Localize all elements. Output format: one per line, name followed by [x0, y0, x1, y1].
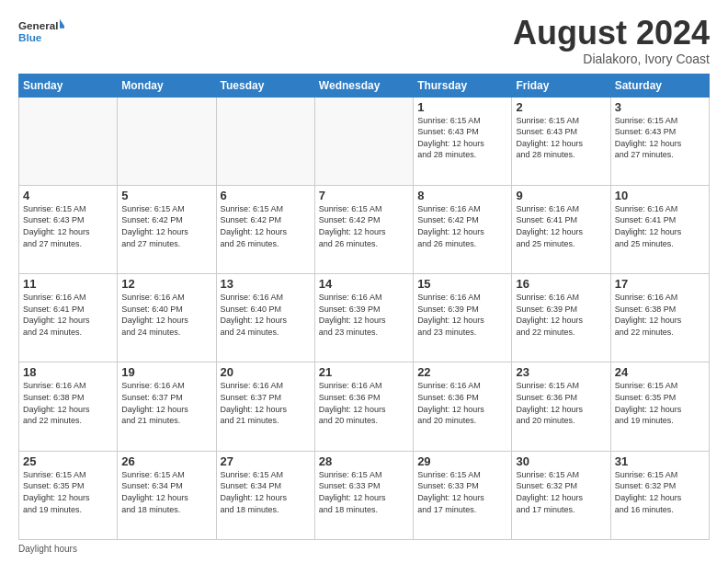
day-number: 7 — [319, 189, 409, 202]
day-cell — [19, 97, 118, 185]
day-cell: 9Sunrise: 6:16 AM Sunset: 6:41 PM Daylig… — [512, 185, 610, 273]
day-cell: 17Sunrise: 6:16 AM Sunset: 6:38 PM Dayli… — [610, 274, 709, 362]
day-number: 25 — [23, 454, 113, 468]
day-cell: 18Sunrise: 6:16 AM Sunset: 6:38 PM Dayli… — [19, 362, 118, 451]
day-info: Sunrise: 6:16 AM Sunset: 6:41 PM Dayligh… — [615, 203, 705, 249]
day-cell: 8Sunrise: 6:16 AM Sunset: 6:42 PM Daylig… — [414, 185, 512, 273]
day-info: Sunrise: 6:16 AM Sunset: 6:40 PM Dayligh… — [221, 292, 311, 338]
day-number: 21 — [319, 365, 409, 379]
day-number: 5 — [121, 189, 211, 202]
day-info: Sunrise: 6:15 AM Sunset: 6:33 PM Dayligh… — [319, 469, 409, 515]
day-cell: 16Sunrise: 6:16 AM Sunset: 6:39 PM Dayli… — [512, 274, 610, 362]
day-cell — [118, 97, 216, 185]
svg-text:Blue: Blue — [18, 31, 42, 43]
day-info: Sunrise: 6:15 AM Sunset: 6:34 PM Dayligh… — [221, 469, 311, 515]
day-info: Sunrise: 6:16 AM Sunset: 6:37 PM Dayligh… — [221, 380, 311, 426]
title-block: August 2024 Dialakoro, Ivory Coast — [513, 15, 710, 66]
day-cell: 3Sunrise: 6:15 AM Sunset: 6:43 PM Daylig… — [610, 97, 709, 185]
svg-text:General: General — [18, 19, 58, 31]
day-info: Sunrise: 6:15 AM Sunset: 6:43 PM Dayligh… — [417, 115, 507, 161]
day-number: 28 — [319, 454, 409, 468]
logo: General Blue — [18, 15, 64, 48]
day-header-sunday: Sunday — [19, 74, 118, 97]
day-info: Sunrise: 6:15 AM Sunset: 6:35 PM Dayligh… — [23, 469, 113, 515]
day-cell: 13Sunrise: 6:16 AM Sunset: 6:40 PM Dayli… — [216, 274, 314, 362]
day-cell: 31Sunrise: 6:15 AM Sunset: 6:32 PM Dayli… — [610, 451, 709, 539]
day-info: Sunrise: 6:15 AM Sunset: 6:32 PM Dayligh… — [516, 469, 606, 515]
day-info: Sunrise: 6:15 AM Sunset: 6:42 PM Dayligh… — [319, 203, 409, 249]
day-info: Sunrise: 6:16 AM Sunset: 6:39 PM Dayligh… — [319, 292, 409, 338]
day-cell — [314, 97, 413, 185]
day-info: Sunrise: 6:16 AM Sunset: 6:38 PM Dayligh… — [615, 292, 705, 338]
day-number: 10 — [615, 189, 705, 202]
day-info: Sunrise: 6:15 AM Sunset: 6:33 PM Dayligh… — [417, 469, 507, 515]
day-cell: 5Sunrise: 6:15 AM Sunset: 6:42 PM Daylig… — [118, 185, 216, 273]
day-number: 24 — [615, 365, 705, 379]
day-cell: 6Sunrise: 6:15 AM Sunset: 6:42 PM Daylig… — [216, 185, 314, 273]
day-info: Sunrise: 6:16 AM Sunset: 6:42 PM Dayligh… — [417, 203, 507, 249]
day-cell: 11Sunrise: 6:16 AM Sunset: 6:41 PM Dayli… — [19, 274, 118, 362]
day-cell: 30Sunrise: 6:15 AM Sunset: 6:32 PM Dayli… — [512, 451, 610, 539]
calendar-table: SundayMondayTuesdayWednesdayThursdayFrid… — [18, 74, 710, 540]
day-cell: 28Sunrise: 6:15 AM Sunset: 6:33 PM Dayli… — [314, 451, 413, 539]
day-cell: 22Sunrise: 6:16 AM Sunset: 6:36 PM Dayli… — [414, 362, 512, 451]
day-header-wednesday: Wednesday — [314, 74, 413, 97]
day-info: Sunrise: 6:16 AM Sunset: 6:38 PM Dayligh… — [23, 380, 113, 426]
day-number: 4 — [23, 189, 113, 202]
day-number: 14 — [319, 277, 409, 291]
day-number: 11 — [23, 277, 113, 291]
day-header-thursday: Thursday — [414, 74, 512, 97]
footer-label: Daylight hours — [18, 544, 77, 554]
logo-svg: General Blue — [18, 15, 64, 48]
day-info: Sunrise: 6:16 AM Sunset: 6:36 PM Dayligh… — [417, 380, 507, 426]
day-number: 12 — [121, 277, 211, 291]
day-number: 30 — [516, 454, 606, 468]
svg-marker-2 — [60, 19, 64, 29]
day-number: 27 — [221, 454, 311, 468]
day-info: Sunrise: 6:15 AM Sunset: 6:36 PM Dayligh… — [516, 380, 606, 426]
day-info: Sunrise: 6:16 AM Sunset: 6:41 PM Dayligh… — [23, 292, 113, 338]
day-cell: 12Sunrise: 6:16 AM Sunset: 6:40 PM Dayli… — [118, 274, 216, 362]
day-number: 20 — [221, 365, 311, 379]
day-cell: 25Sunrise: 6:15 AM Sunset: 6:35 PM Dayli… — [19, 451, 118, 539]
day-info: Sunrise: 6:15 AM Sunset: 6:43 PM Dayligh… — [516, 115, 606, 161]
header-row: SundayMondayTuesdayWednesdayThursdayFrid… — [19, 74, 710, 97]
day-cell: 29Sunrise: 6:15 AM Sunset: 6:33 PM Dayli… — [414, 451, 512, 539]
day-header-friday: Friday — [512, 74, 610, 97]
day-cell: 7Sunrise: 6:15 AM Sunset: 6:42 PM Daylig… — [314, 185, 413, 273]
day-info: Sunrise: 6:15 AM Sunset: 6:43 PM Dayligh… — [23, 203, 113, 249]
week-row-4: 18Sunrise: 6:16 AM Sunset: 6:38 PM Dayli… — [19, 362, 710, 451]
day-cell: 24Sunrise: 6:15 AM Sunset: 6:35 PM Dayli… — [610, 362, 709, 451]
day-info: Sunrise: 6:15 AM Sunset: 6:42 PM Dayligh… — [121, 203, 211, 249]
day-header-monday: Monday — [118, 74, 216, 97]
day-cell: 2Sunrise: 6:15 AM Sunset: 6:43 PM Daylig… — [512, 97, 610, 185]
day-cell: 15Sunrise: 6:16 AM Sunset: 6:39 PM Dayli… — [414, 274, 512, 362]
day-number: 18 — [23, 365, 113, 379]
day-info: Sunrise: 6:16 AM Sunset: 6:37 PM Dayligh… — [121, 380, 211, 426]
day-number: 29 — [417, 454, 507, 468]
week-row-2: 4Sunrise: 6:15 AM Sunset: 6:43 PM Daylig… — [19, 185, 710, 273]
day-cell: 23Sunrise: 6:15 AM Sunset: 6:36 PM Dayli… — [512, 362, 610, 451]
header: General Blue August 2024 Dialakoro, Ivor… — [18, 15, 710, 66]
page: General Blue August 2024 Dialakoro, Ivor… — [0, 0, 728, 563]
day-number: 22 — [417, 365, 507, 379]
day-cell: 4Sunrise: 6:15 AM Sunset: 6:43 PM Daylig… — [19, 185, 118, 273]
day-number: 3 — [615, 100, 705, 114]
day-cell: 10Sunrise: 6:16 AM Sunset: 6:41 PM Dayli… — [610, 185, 709, 273]
day-info: Sunrise: 6:16 AM Sunset: 6:39 PM Dayligh… — [417, 292, 507, 338]
day-number: 23 — [516, 365, 606, 379]
day-number: 8 — [417, 189, 507, 202]
day-info: Sunrise: 6:15 AM Sunset: 6:42 PM Dayligh… — [221, 203, 311, 249]
day-header-tuesday: Tuesday — [216, 74, 314, 97]
day-info: Sunrise: 6:15 AM Sunset: 6:32 PM Dayligh… — [615, 469, 705, 515]
day-number: 31 — [615, 454, 705, 468]
day-info: Sunrise: 6:16 AM Sunset: 6:41 PM Dayligh… — [516, 203, 606, 249]
week-row-5: 25Sunrise: 6:15 AM Sunset: 6:35 PM Dayli… — [19, 451, 710, 539]
day-number: 1 — [417, 100, 507, 114]
week-row-3: 11Sunrise: 6:16 AM Sunset: 6:41 PM Dayli… — [19, 274, 710, 362]
day-number: 13 — [221, 277, 311, 291]
day-number: 6 — [221, 189, 311, 202]
day-number: 2 — [516, 100, 606, 114]
day-info: Sunrise: 6:16 AM Sunset: 6:39 PM Dayligh… — [516, 292, 606, 338]
day-number: 17 — [615, 277, 705, 291]
